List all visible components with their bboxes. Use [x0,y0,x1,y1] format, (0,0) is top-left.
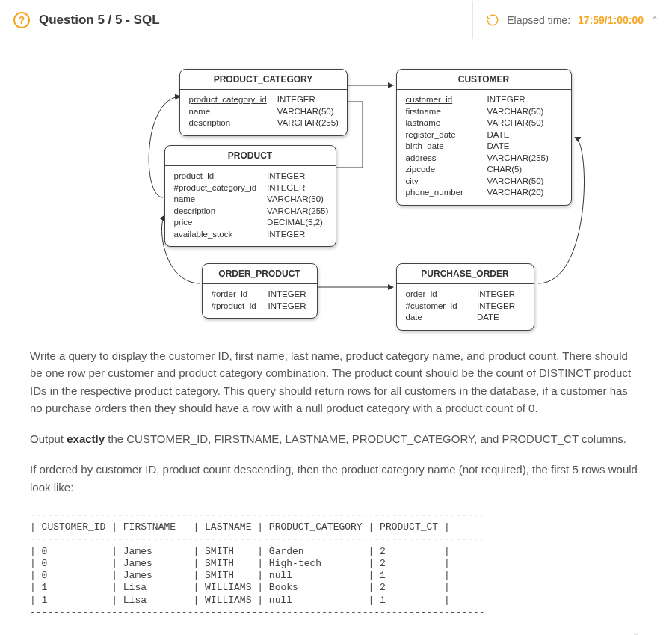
column-name: birth_date [406,141,477,153]
question-body: Write a query to display the customer ID… [30,347,642,635]
column-type: VARCHAR(50) [277,106,339,118]
column-type: VARCHAR(50) [487,176,562,188]
column-name: #product_id [212,301,258,313]
column-type: VARCHAR(50) [487,117,562,129]
column-type: VARCHAR(255) [267,206,328,218]
column-name: product_category_id [189,94,267,106]
header-right[interactable]: Elapsed time: 17:59/1:00:00 ⌃ [486,13,659,27]
column-type: INTEGER [477,289,525,301]
column-type: VARCHAR(255) [487,153,562,165]
column-type: CHAR(5) [487,164,562,176]
column-type: DATE [487,129,562,141]
column-type: DECIMAL(5,2) [267,217,328,229]
column-type: INTEGER [477,301,525,313]
column-name: description [174,206,257,218]
entity-cols: customer_idINTEGERfirstnameVARCHAR(50)la… [397,90,571,205]
column-name: name [174,194,257,206]
entity-cols: order_idINTEGER#customer_idINTEGERdateDA… [397,284,534,330]
paragraph-2: Output exactly the CUSTOMER_ID, FIRSTNAM… [30,430,642,447]
entity-order-product: ORDER_PRODUCT #order_idINTEGER#product_i… [202,263,318,319]
sample-output-table: ----------------------------------------… [30,509,642,619]
chevron-up-icon: ⌃ [651,15,659,25]
column-name: city [406,176,477,188]
entity-cols: #order_idINTEGER#product_idINTEGER [203,284,317,318]
column-name: #customer_id [406,301,466,313]
elapsed-value: 17:59/1:00:00 [578,14,644,26]
column-name: #product_category_id [174,182,257,194]
question-title: Question 5 / 5 - SQL [39,13,160,28]
column-name: register_date [406,129,477,141]
column-name: zipcode [406,164,477,176]
column-type: VARCHAR(20) [487,187,562,199]
entity-title: PURCHASE_ORDER [397,264,534,284]
entity-cols: product_idINTEGER#product_category_idINT… [165,166,336,246]
entity-title: PRODUCT_CATEGORY [180,70,347,90]
column-name: lastname [406,117,477,129]
column-name: name [189,106,267,118]
column-name: price [174,217,257,229]
timer-icon [486,13,499,27]
column-name: firstname [406,106,477,118]
header-bar: ? Question 5 / 5 - SQL Elapsed time: 17:… [0,0,672,40]
entity-cols: product_category_idINTEGERnameVARCHAR(50… [180,90,347,135]
column-type: INTEGER [268,289,307,301]
header-left: ? Question 5 / 5 - SQL [13,12,160,28]
er-diagram: PRODUCT_CATEGORY product_category_idINTE… [52,55,620,332]
column-name: date [406,312,466,324]
paragraph-3: If ordered by customer ID, product count… [30,461,642,496]
column-type: INTEGER [487,94,562,106]
column-name: available_stock [174,229,257,241]
entity-title: ORDER_PRODUCT [203,264,317,284]
column-type: DATE [487,141,562,153]
column-name: product_id [174,171,257,182]
column-name: order_id [406,289,466,301]
question-icon: ? [13,12,30,28]
column-name: phone_number [406,187,477,199]
entity-title: CUSTOMER [397,70,571,90]
column-type: INTEGER [267,229,328,241]
column-name: #order_id [212,289,258,301]
column-type: VARCHAR(50) [267,194,328,206]
elapsed-label: Elapsed time: [507,14,570,26]
column-type: DATE [477,312,525,324]
column-type: INTEGER [277,94,339,106]
column-type: INTEGER [267,182,328,194]
entity-product: PRODUCT product_idINTEGER#product_catego… [164,145,336,247]
column-type: INTEGER [268,301,307,313]
column-type: INTEGER [267,171,328,182]
entity-purchase-order: PURCHASE_ORDER order_idINTEGER#customer_… [396,263,534,331]
page-content: PRODUCT_CATEGORY product_category_idINTE… [0,40,672,635]
entity-product-category: PRODUCT_CATEGORY product_category_idINTE… [179,69,348,136]
column-name: description [189,117,267,129]
paragraph-1: Write a query to display the customer ID… [30,347,642,417]
column-type: VARCHAR(50) [487,106,562,118]
column-type: VARCHAR(255) [277,117,339,129]
entity-title: PRODUCT [165,146,336,166]
column-name: customer_id [406,94,477,106]
entity-customer: CUSTOMER customer_idINTEGERfirstnameVARC… [396,69,572,206]
column-name: address [406,153,477,165]
